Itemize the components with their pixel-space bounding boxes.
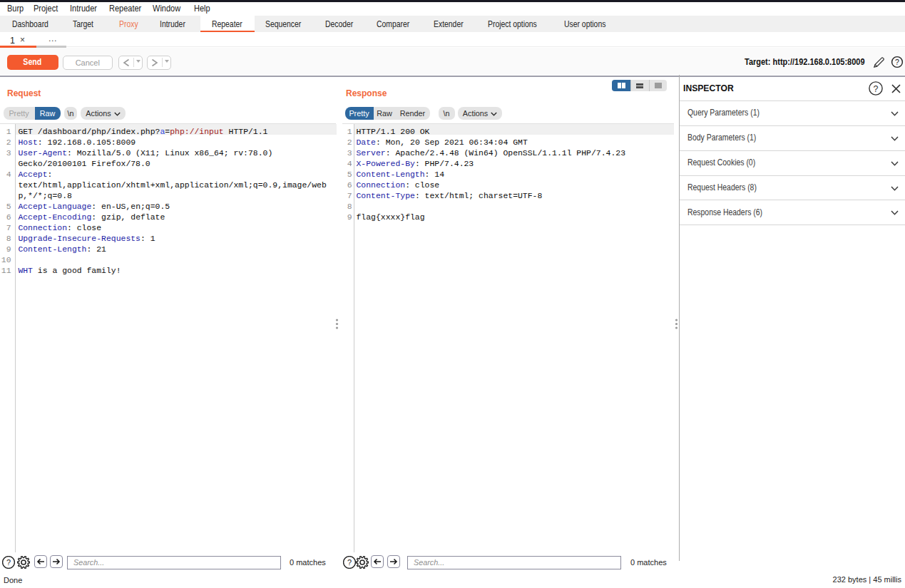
svg-text:?: ? <box>895 58 899 66</box>
svg-text:?: ? <box>347 558 352 567</box>
svg-text:?: ? <box>874 84 879 94</box>
svg-text:?: ? <box>6 558 11 567</box>
